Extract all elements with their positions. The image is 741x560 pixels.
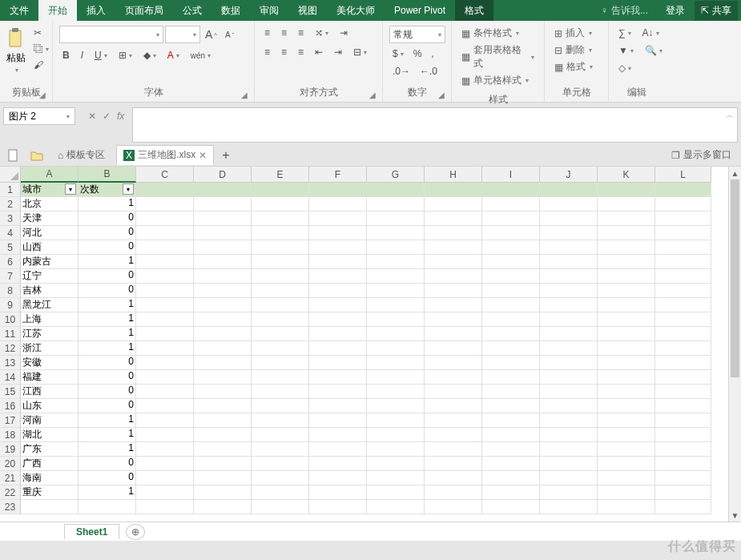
cell[interactable] [252,327,309,341]
cell[interactable] [309,240,367,255]
cell[interactable]: 河南 [21,413,79,428]
row-header[interactable]: 4 [0,226,21,240]
menu-tab-视图[interactable]: 视图 [288,0,327,21]
cell[interactable] [194,500,252,514]
cell[interactable]: 上海 [21,312,79,327]
cell[interactable] [598,500,655,514]
row-header[interactable]: 21 [0,471,21,485]
cell[interactable] [598,428,655,442]
align-bottom-button[interactable]: ≡ [295,26,307,40]
cell[interactable] [482,197,540,212]
clear-button[interactable]: ◇▾ [615,61,634,75]
open-folder-icon[interactable] [27,148,46,163]
cell[interactable] [540,471,598,485]
cell[interactable] [252,183,309,197]
cell[interactable] [367,442,425,457]
cell[interactable] [540,226,598,240]
format-cells-button[interactable]: ▦格式▾ [551,59,596,75]
row-header[interactable]: 1 [0,183,21,197]
cell[interactable]: 0 [79,212,136,226]
cell[interactable]: 1 [79,255,136,269]
cell[interactable] [540,284,598,298]
cell[interactable]: 黑龙江 [21,298,79,312]
cell[interactable] [136,226,194,240]
cell[interactable] [655,356,711,370]
cell[interactable] [136,471,194,485]
menu-tab-公式[interactable]: 公式 [173,0,211,21]
cell[interactable]: 0 [79,370,136,385]
row-header[interactable]: 14 [0,370,21,385]
cell[interactable] [252,269,309,284]
cell[interactable] [655,183,711,197]
cell[interactable] [655,471,711,485]
cell[interactable] [194,399,252,413]
row-header[interactable]: 12 [0,341,21,356]
cell[interactable] [598,197,655,212]
cell[interactable] [367,413,425,428]
column-header[interactable]: A [21,167,79,183]
cell[interactable] [309,399,367,413]
cell[interactable] [194,356,252,370]
cell[interactable] [252,399,309,413]
cell[interactable]: 0 [79,399,136,413]
row-header[interactable]: 10 [0,312,21,327]
cell[interactable] [540,370,598,385]
cell[interactable] [598,284,655,298]
cell[interactable]: 山西 [21,240,79,255]
cell[interactable] [309,500,367,514]
cell[interactable] [252,485,309,500]
multi-window-button[interactable]: ❐显示多窗口 [666,148,736,162]
cell[interactable] [309,428,367,442]
currency-button[interactable]: $▾ [389,46,407,61]
cell[interactable] [540,183,598,197]
cell[interactable]: 1 [79,312,136,327]
cell[interactable]: 浙江 [21,341,79,356]
align-middle-button[interactable]: ≡ [278,26,290,40]
cell[interactable] [425,183,482,197]
column-header[interactable]: E [252,167,309,183]
grow-font-button[interactable]: A^ [202,26,220,43]
cell[interactable]: 城市▾ [21,183,79,197]
cell[interactable] [252,197,309,212]
cell[interactable] [425,298,482,312]
cell[interactable] [425,485,482,500]
cell[interactable] [655,240,711,255]
cell[interactable] [309,226,367,240]
row-header[interactable]: 22 [0,485,21,500]
cell[interactable] [136,428,194,442]
cell[interactable]: 0 [79,226,136,240]
cell[interactable] [367,240,425,255]
cell[interactable] [252,356,309,370]
menu-tab-Power Pivot[interactable]: Power Pivot [385,0,455,21]
cell[interactable] [655,298,711,312]
cell[interactable]: 0 [79,356,136,370]
name-box[interactable]: 图片 2▾ [3,107,75,125]
underline-button[interactable]: U▾ [91,48,111,62]
cell[interactable] [309,471,367,485]
cell[interactable] [655,485,711,500]
cell[interactable] [655,457,711,471]
menu-tab-插入[interactable]: 插入 [77,0,115,21]
row-header[interactable]: 5 [0,240,21,255]
scroll-down-icon[interactable]: ▼ [729,509,741,522]
cell[interactable]: 0 [79,457,136,471]
cell[interactable] [367,356,425,370]
cell[interactable] [309,457,367,471]
cell[interactable] [655,399,711,413]
cell[interactable] [540,212,598,226]
align-left-button[interactable]: ≡ [261,45,273,59]
cell[interactable] [655,212,711,226]
cell[interactable] [194,485,252,500]
cell[interactable] [482,485,540,500]
phonetic-button[interactable]: wén▾ [187,50,214,62]
cell[interactable] [309,312,367,327]
cell[interactable] [598,312,655,327]
new-file-icon[interactable] [5,147,22,163]
cell[interactable] [136,485,194,500]
cell[interactable] [252,341,309,356]
cell[interactable] [309,197,367,212]
vertical-scrollbar[interactable]: ▲ ▼ [728,167,741,522]
cell[interactable] [309,269,367,284]
cell[interactable] [194,442,252,457]
cell[interactable] [367,212,425,226]
